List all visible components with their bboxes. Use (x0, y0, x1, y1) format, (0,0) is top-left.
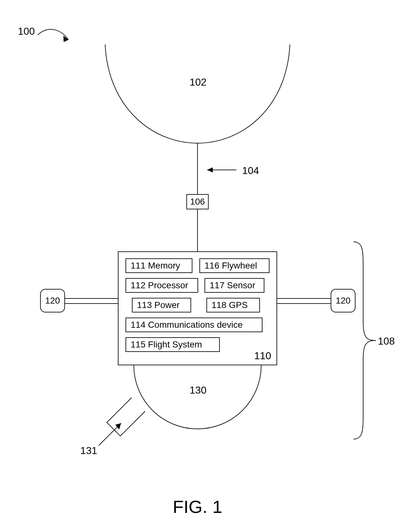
comp-118-label: 118 GPS (212, 300, 248, 310)
ref-102: 102 (190, 76, 206, 88)
ref-131: 131 (80, 445, 97, 457)
comp-111-label: 111 Memory (131, 261, 180, 271)
svg-marker-10 (115, 423, 121, 430)
comp-114-comms: 114 Communications device (126, 318, 262, 332)
comp-112-processor: 112 Processor (126, 278, 198, 293)
pod-120-left: 120 (40, 289, 65, 312)
comp-117-label: 117 Sensor (210, 280, 255, 290)
comp-115-flight: 115 Flight System (126, 337, 220, 352)
comp-112-label: 112 Processor (131, 280, 188, 290)
pod-120-right: 120 (331, 289, 356, 312)
comp-111-memory: 111 Memory (126, 258, 192, 273)
ref-110: 110 (254, 350, 271, 362)
ref-120-right: 120 (336, 296, 351, 306)
comp-117-sensor: 117 Sensor (205, 278, 264, 293)
comp-115-label: 115 Flight System (131, 340, 202, 350)
figure-caption: FIG. 1 (0, 496, 395, 517)
ref-104: 104 (242, 165, 259, 177)
ref-120-left: 120 (45, 296, 60, 306)
figure-1: 100 102 104 106 111 Memory 116 Flywheel … (0, 0, 395, 532)
comp-116-flywheel: 116 Flywheel (199, 258, 269, 273)
ref-100: 100 (18, 25, 35, 37)
ref-108: 108 (378, 335, 395, 347)
comp-113-label: 113 Power (137, 300, 180, 310)
ref-130: 130 (190, 384, 206, 396)
ref-106: 106 (190, 197, 205, 207)
ref-106-box: 106 (186, 194, 209, 209)
comp-113-power: 113 Power (132, 298, 191, 312)
comp-114-label: 114 Communications device (131, 320, 243, 330)
svg-marker-3 (207, 167, 213, 172)
comp-118-gps: 118 GPS (206, 298, 260, 312)
comp-116-label: 116 Flywheel (205, 261, 257, 271)
